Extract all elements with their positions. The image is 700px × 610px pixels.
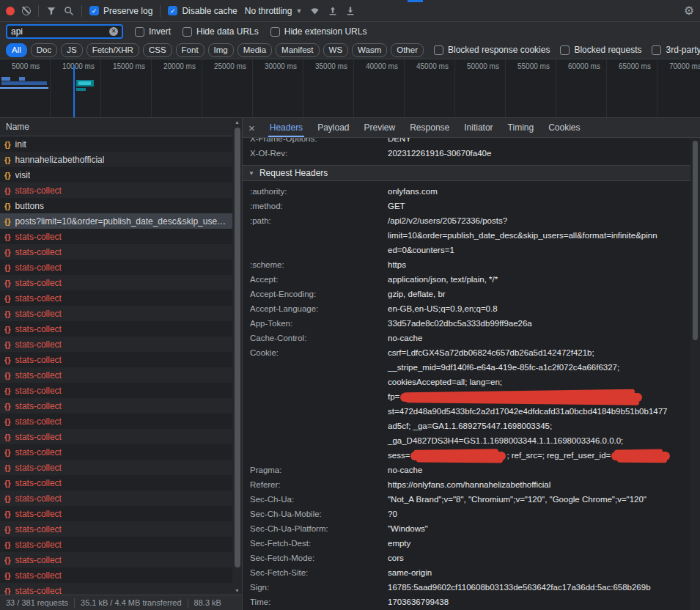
checkbox-box[interactable] [270,27,280,37]
request-row[interactable]: {}stats-collect [0,475,232,490]
filter-chip-css[interactable]: CSS [143,43,172,57]
checkbox-box[interactable] [560,45,570,55]
header-name: :path: [250,213,388,257]
hide-data-urls-checkbox[interactable]: Hide data URLs [183,26,259,37]
blue-highlight-artifact [408,0,423,2]
filter-chip-img[interactable]: Img [208,43,234,57]
request-name: stats-collect [15,370,62,381]
filter-chip-all[interactable]: All [6,43,27,57]
scroll-up-arrow-icon[interactable]: ▲ [232,120,242,125]
request-row[interactable]: {}stats-collect [0,229,232,244]
close-details-icon[interactable]: × [248,122,255,133]
request-row[interactable]: {}stats-collect [0,506,232,521]
request-row[interactable]: {}init [0,136,232,152]
filter-chip-doc[interactable]: Doc [31,43,57,57]
request-row[interactable]: {}hannahelizabethofficial [0,152,232,167]
filter-chip-other[interactable]: Other [391,43,424,57]
checkbox-box[interactable]: ✓ [89,6,99,15]
network-conditions-icon[interactable] [309,5,320,16]
tab-headers[interactable]: Headers [270,118,303,137]
clear-filter-icon[interactable]: ✕ [109,27,118,36]
request-row[interactable]: {}stats-collect [0,260,232,275]
request-row[interactable]: {}stats-collect [0,244,232,260]
filter-chip-manifest[interactable]: Manifest [276,43,319,57]
export-har-icon[interactable] [345,6,355,16]
filter-chip-fetch-xhr[interactable]: Fetch/XHR [86,43,139,57]
request-name: stats-collect [15,555,62,565]
filter-chip-ws[interactable]: WS [323,43,349,57]
checkbox-box[interactable] [652,45,661,55]
header-name: Sec-Fetch-Dest: [250,536,388,551]
checkbox-box[interactable]: ✓ [168,6,177,15]
request-row[interactable]: {}stats-collect [0,398,232,414]
tab-initiator[interactable]: Initiator [464,118,493,137]
details-scrollbar[interactable] [690,138,700,610]
filter-chip-wasm[interactable]: Wasm [352,43,387,57]
filter-chip-js[interactable]: JS [61,43,82,57]
disable-cache-checkbox[interactable]: ✓Disable cache [168,6,237,16]
chip-checkbox[interactable]: Blocked requests [560,45,641,55]
filter-chip-media[interactable]: Media [237,43,272,57]
request-row[interactable]: {}stats-collect [0,306,232,321]
request-row[interactable]: {}stats-collect [0,337,232,352]
request-row[interactable]: {}visit [0,167,232,183]
checkbox-box[interactable] [434,45,443,55]
tab-response[interactable]: Response [410,118,449,137]
request-row[interactable]: {}stats-collect [0,414,232,429]
timeline-label: 35000 ms [315,62,347,70]
header-name: :authority: [250,184,388,199]
search-icon[interactable] [64,6,74,16]
header-value: no-cache [388,463,691,477]
tab-timing[interactable]: Timing [508,118,534,137]
request-headers-section[interactable]: ▼ Request Headers [243,165,691,181]
request-row[interactable]: {}stats-collect [0,444,232,460]
request-row[interactable]: {}stats-collect [0,429,232,444]
request-row[interactable]: {}stats-collect [0,367,232,383]
settings-gear-icon[interactable]: ⚙ [684,5,694,17]
clear-requests-button[interactable] [22,7,31,15]
tab-cookies[interactable]: Cookies [548,118,580,137]
header-row: Sign:16785:5aad9602cf110608b03133de56364… [250,580,691,595]
request-name: stats-collect [15,278,62,288]
tab-payload[interactable]: Payload [317,118,349,137]
request-row[interactable]: {}stats-collect [0,321,232,337]
preserve-log-checkbox[interactable]: ✓Preserve log [89,6,152,16]
checkbox-box[interactable] [135,27,144,37]
filter-chip-font[interactable]: Font [176,43,205,57]
request-row[interactable]: {}stats-collect [0,490,232,506]
request-row[interactable]: {}stats-collect [0,460,232,475]
request-row[interactable]: {}buttons [0,198,232,213]
request-row[interactable]: {}stats-collect [0,583,232,595]
scrollbar-thumb[interactable] [235,128,240,567]
timeline-overview[interactable]: 5000 ms10000 ms15000 ms20000 ms25000 ms3… [0,59,700,118]
request-row[interactable]: {}stats-collect [0,352,232,367]
request-row[interactable]: {}stats-collect [0,537,232,552]
header-name: Accept-Encoding: [250,287,388,301]
hide-extension-urls-checkbox[interactable]: Hide extension URLs [270,26,367,37]
filter-input[interactable]: api ✕ [6,24,123,39]
import-har-icon[interactable] [328,6,338,16]
request-name: stats-collect [15,478,62,488]
scroll-down-arrow-icon[interactable]: ▼ [232,588,242,593]
request-row[interactable]: {}stats-collect [0,275,232,290]
request-list-scrollbar[interactable]: ▲ ▼ [232,118,242,595]
request-row[interactable]: {}stats-collect [0,567,232,583]
invert-checkbox[interactable]: Invert [135,26,171,37]
request-row[interactable]: {}stats-collect [0,183,232,198]
header-row: Sec-Fetch-Dest:empty [250,536,691,551]
name-column-header[interactable]: Name [0,118,242,136]
request-row[interactable]: {}stats-collect [0,521,232,537]
filter-icon[interactable] [46,6,56,16]
request-name: stats-collect [15,570,62,581]
tab-preview[interactable]: Preview [364,118,396,137]
request-row[interactable]: {}stats-collect [0,552,232,567]
chip-checkbox[interactable]: 3rd-party requests [652,45,700,55]
request-row[interactable]: {}stats-collect [0,383,232,398]
chip-checkbox[interactable]: Blocked response cookies [434,45,550,55]
scrollbar-thumb[interactable] [693,141,698,340]
request-row[interactable]: {}posts?limit=10&order=publish_date_desc… [0,213,232,229]
throttling-dropdown[interactable]: No throttling ▼ [245,6,303,16]
record-button[interactable] [6,7,15,15]
checkbox-box[interactable] [183,27,192,37]
request-row[interactable]: {}stats-collect [0,290,232,306]
